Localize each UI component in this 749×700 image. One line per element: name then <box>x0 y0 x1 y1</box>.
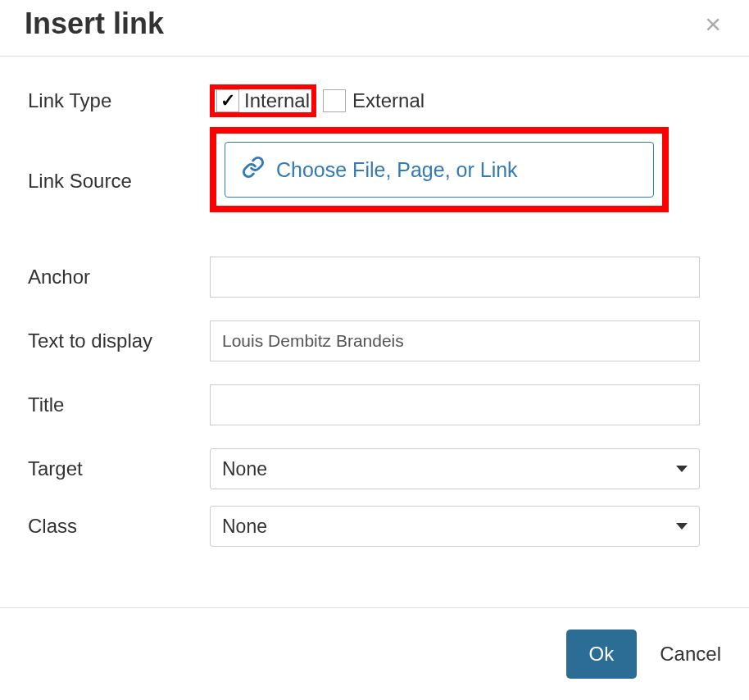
internal-checkbox[interactable] <box>216 89 239 112</box>
text-display-label: Text to display <box>28 330 210 352</box>
class-select-value: None <box>222 516 267 538</box>
highlight-link-source: Choose File, Page, or Link <box>210 127 669 212</box>
cancel-button[interactable]: Cancel <box>660 643 721 666</box>
target-select[interactable]: None <box>210 448 700 489</box>
link-source-controls: Choose File, Page, or Link <box>210 127 721 212</box>
anchor-input[interactable] <box>210 257 700 298</box>
link-type-checkbox-group: Internal External <box>210 84 721 117</box>
class-control: None <box>210 506 721 547</box>
link-type-label: Link Type <box>28 89 210 112</box>
dialog-body: Link Type Internal External <box>0 57 749 607</box>
text-display-input[interactable] <box>210 320 700 361</box>
title-label: Title <box>28 393 210 416</box>
link-source-label: Link Source <box>28 127 210 193</box>
anchor-row: Anchor <box>28 257 721 298</box>
class-select[interactable]: None <box>210 506 700 547</box>
dialog-header: Insert link × <box>0 0 749 57</box>
link-type-controls: Internal External <box>210 84 721 117</box>
external-checkbox-wrap[interactable]: External <box>323 89 424 112</box>
class-row: Class None <box>28 506 721 547</box>
text-display-control <box>210 320 721 361</box>
target-select-value: None <box>222 458 267 480</box>
class-label: Class <box>28 515 210 538</box>
title-input[interactable] <box>210 384 700 425</box>
close-icon[interactable]: × <box>701 10 724 38</box>
chevron-down-icon <box>676 523 688 530</box>
link-icon <box>242 156 265 184</box>
title-control <box>210 384 721 425</box>
choose-file-button-label: Choose File, Page, or Link <box>276 158 518 182</box>
target-label: Target <box>28 457 210 480</box>
dialog-title: Insert link <box>25 7 164 41</box>
chevron-down-icon <box>676 466 688 472</box>
internal-checkbox-label: Internal <box>244 89 310 112</box>
ok-button[interactable]: Ok <box>566 630 638 679</box>
text-display-row: Text to display <box>28 320 721 361</box>
internal-checkbox-wrap[interactable]: Internal <box>216 89 310 112</box>
title-row: Title <box>28 384 721 425</box>
external-checkbox-label: External <box>352 89 424 112</box>
external-checkbox[interactable] <box>323 89 346 112</box>
insert-link-dialog: Insert link × Link Type Internal Externa… <box>0 0 749 700</box>
link-type-row: Link Type Internal External <box>28 84 721 117</box>
anchor-label: Anchor <box>28 266 210 289</box>
target-control: None <box>210 448 721 489</box>
choose-file-button[interactable]: Choose File, Page, or Link <box>225 142 654 198</box>
link-source-row: Link Source Choose File, Page, or Link <box>28 127 721 212</box>
target-row: Target None <box>28 448 721 489</box>
highlight-internal: Internal <box>210 84 316 117</box>
dialog-footer: Ok Cancel <box>0 607 749 700</box>
anchor-control <box>210 257 721 298</box>
